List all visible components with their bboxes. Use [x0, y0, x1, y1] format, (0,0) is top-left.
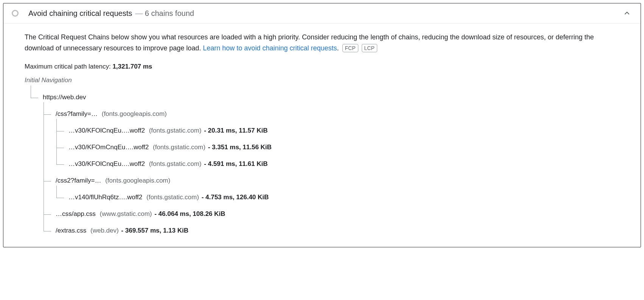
- crc-node: /css?family=… (fonts.googleapis.com): [25, 102, 622, 119]
- learn-more-link[interactable]: Learn how to avoid chaining critical req…: [203, 44, 337, 52]
- audit-subtitle: — 6 chains found: [135, 9, 194, 18]
- fcp-badge: FCP: [342, 44, 358, 52]
- crc-node: …v140/flUhRq6tz….woff2 (fonts.gstatic.co…: [25, 186, 622, 202]
- lcp-badge: LCP: [362, 44, 377, 52]
- status-neutral-icon: [12, 10, 19, 17]
- audit-card: Avoid chaining critical requests — 6 cha…: [3, 3, 641, 247]
- crc-node: /css2?family=… (fonts.googleapis.com): [25, 169, 622, 186]
- crc-node: …v30/KFOmCnqEu….woff2 (fonts.gstatic.com…: [25, 136, 622, 152]
- audit-description: The Critical Request Chains below show y…: [25, 32, 622, 54]
- crc-root-label: Initial Navigation: [25, 77, 622, 84]
- crc-node: …v30/KFOlCnqEu….woff2 (fonts.gstatic.com…: [25, 119, 622, 136]
- chevron-up-icon: [622, 9, 632, 18]
- crc-node: https://web.dev: [25, 86, 622, 102]
- crc-node: …v30/KFOlCnqEu….woff2 (fonts.gstatic.com…: [25, 152, 622, 169]
- audit-header[interactable]: Avoid chaining critical requests — 6 cha…: [3, 3, 641, 23]
- crc-node: …css/app.css (www.gstatic.com) - 46.064 …: [25, 202, 622, 219]
- audit-title: Avoid chaining critical requests: [28, 9, 132, 18]
- audit-body: The Critical Request Chains below show y…: [3, 23, 641, 247]
- max-latency: Maximum critical path latency: 1,321.707…: [25, 63, 622, 70]
- crc-node: /extras.css (web.dev) - 369.557 ms, 1.13…: [25, 219, 622, 236]
- crc-tree: https://web.dev /css?family=… (fonts.goo…: [25, 86, 622, 236]
